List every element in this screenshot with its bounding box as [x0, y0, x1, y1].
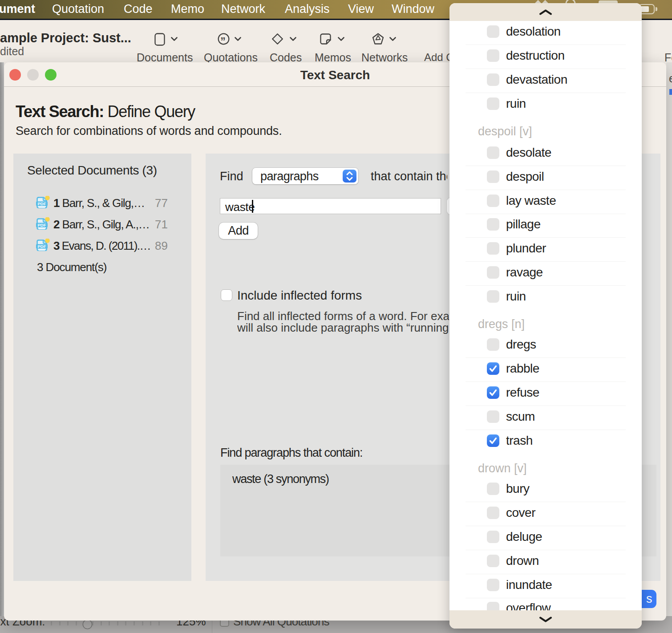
svg-text:PDF: PDF	[38, 244, 46, 249]
svg-text:PDF: PDF	[38, 201, 46, 206]
svg-text:PDF: PDF	[38, 223, 46, 227]
svg-text:”: ”	[220, 36, 226, 45]
